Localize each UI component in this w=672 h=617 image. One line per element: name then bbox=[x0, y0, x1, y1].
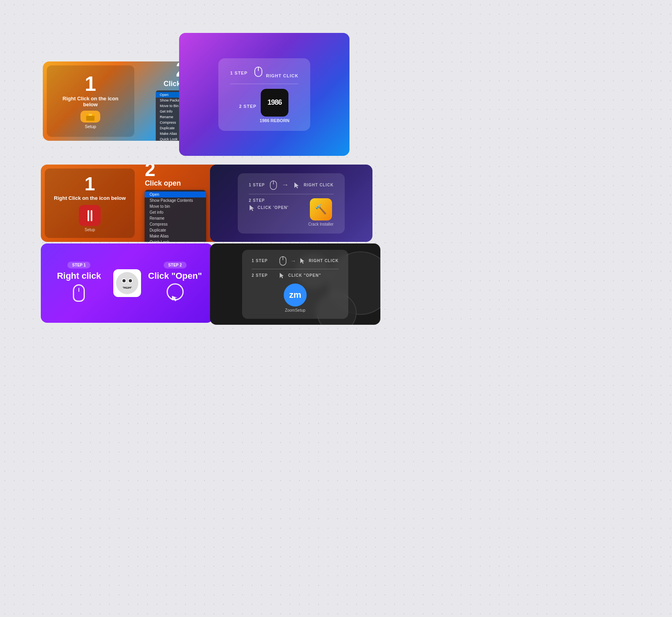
card4-cursor-icon bbox=[294, 182, 299, 189]
svg-point-12 bbox=[122, 279, 126, 282]
zoom-app-icon: zm bbox=[284, 284, 307, 307]
svg-point-13 bbox=[129, 279, 132, 282]
card3-menu-item: Move to bin bbox=[145, 203, 206, 209]
svg-marker-23 bbox=[300, 258, 304, 264]
card-2-1986-reborn: 1 STEP RIGHT CLICK 2 STEP 1986 bbox=[179, 33, 349, 156]
card1-step1-panel: 1 Right Click on the icon below Setup bbox=[47, 65, 134, 137]
svg-point-9 bbox=[116, 272, 138, 294]
card2-step1-row: 1 STEP RIGHT CLICK bbox=[230, 66, 298, 79]
card-4-crack-installer: 1 STEP → RIGHT CLICK 2 STEP bbox=[210, 165, 372, 242]
card4-step2-inner: CLICK 'OPEN' bbox=[249, 204, 304, 211]
svg-marker-8 bbox=[250, 205, 254, 211]
card5-step2-section: STEP 2 Click "Open" bbox=[145, 262, 206, 305]
card1-step1-text: Right Click on the icon below bbox=[55, 96, 126, 107]
card3-menu-item: Rename bbox=[145, 215, 206, 221]
card2-step2-app: 1986 1986 REBORN bbox=[260, 89, 289, 123]
red-lines-icon bbox=[88, 210, 92, 221]
card5-step1-badge: STEP 1 bbox=[67, 262, 90, 268]
card4-divider bbox=[249, 194, 334, 194]
card1-app-icon bbox=[80, 111, 100, 123]
card6-divider bbox=[252, 269, 338, 269]
card5-step2-badge: STEP 2 bbox=[164, 262, 187, 268]
card1-setup-label: Setup bbox=[85, 124, 96, 129]
card1-step1-number: 1 bbox=[85, 73, 96, 94]
card3-step2-text: Click open bbox=[145, 179, 181, 188]
card2-step-card: 1 STEP RIGHT CLICK 2 STEP 1986 bbox=[218, 58, 310, 131]
card6-step1-row: 1 STEP → RIGHT CLICK bbox=[252, 256, 338, 266]
card3-context-menu: Open Show Package Contents Move to bin G… bbox=[145, 190, 206, 242]
card5-cursor-svg bbox=[166, 283, 184, 303]
card4-cursor2-icon bbox=[249, 204, 254, 211]
1986-app-icon: 1986 bbox=[261, 89, 288, 117]
card2-step1-label: 1 STEP bbox=[230, 69, 248, 76]
card3-menu-item: Duplicate bbox=[145, 227, 206, 233]
card5-step1-title: Right click bbox=[57, 271, 101, 281]
card3-step1-number: 1 bbox=[84, 174, 95, 194]
card6-step-card: 1 STEP → RIGHT CLICK 2 STEP CLICK "OPEN" bbox=[242, 250, 348, 319]
card5-mouse-outline bbox=[73, 284, 85, 302]
svg-rect-2 bbox=[89, 114, 92, 116]
card5-mouse-icon-container bbox=[69, 281, 89, 305]
card3-step1-text: Right Click on the icon below bbox=[54, 195, 126, 201]
crack-installer-label: Crack Installer bbox=[308, 222, 334, 226]
card4-step2-row: 2 STEP CLICK 'OPEN' 🔨 Crack Installer bbox=[249, 198, 334, 226]
1986-app-label: 1986 REBORN bbox=[260, 118, 289, 123]
mouse-icon bbox=[254, 66, 263, 77]
card2-step2-row: 2 STEP 1986 1986 REBORN bbox=[239, 89, 289, 123]
zombie-svg bbox=[115, 271, 139, 295]
zoom-app-label: ZoomSetup bbox=[285, 308, 305, 312]
card6-mouse-icon bbox=[279, 256, 286, 266]
card3-menu-item: Get info bbox=[145, 209, 206, 215]
card5-step1-section: STEP 1 Right click bbox=[49, 262, 109, 305]
card4-mouse-icon bbox=[270, 180, 277, 190]
red-line-1 bbox=[88, 210, 89, 221]
card4-step-card: 1 STEP → RIGHT CLICK 2 STEP bbox=[238, 173, 345, 234]
crack-installer-icon: 🔨 bbox=[310, 198, 332, 220]
svg-marker-7 bbox=[294, 182, 299, 188]
card4-step2-content: 2 STEP CLICK 'OPEN' bbox=[249, 198, 304, 211]
card3-menu-open: Open bbox=[145, 192, 206, 197]
card3-menu-item: Make Alias bbox=[145, 233, 206, 239]
card6-step2-row: 2 STEP CLICK "OPEN" bbox=[252, 272, 338, 279]
svg-marker-24 bbox=[280, 273, 284, 278]
card2-step2-label: 2 STEP bbox=[239, 102, 256, 109]
card3-menu-item: Show Package Contents bbox=[145, 197, 206, 203]
card2-divider bbox=[230, 84, 298, 84]
card3-setup-label: Setup bbox=[85, 228, 95, 232]
card4-app-section: 🔨 Crack Installer bbox=[308, 198, 334, 226]
card3-menu-item: Quick Look bbox=[145, 239, 206, 242]
card2-step1-action: RIGHT CLICK bbox=[254, 66, 298, 79]
card3-step2-number: 2 bbox=[145, 165, 155, 179]
card5-app-icon bbox=[113, 269, 141, 297]
svg-marker-20 bbox=[172, 296, 178, 301]
red-line-2 bbox=[91, 210, 92, 221]
card6-cursor2-icon bbox=[279, 272, 284, 279]
card3-step1-panel: 1 Right Click on the icon below Setup bbox=[45, 169, 135, 238]
card3-app-icon bbox=[79, 205, 101, 226]
card5-cursor-icon-container bbox=[165, 281, 185, 305]
card-6-zoom-setup: 1 STEP → RIGHT CLICK 2 STEP CLICK "OPEN" bbox=[210, 243, 380, 325]
card5-step2-title: Click "Open" bbox=[148, 271, 202, 281]
card-5-purple-rightclick: STEP 1 Right click bbox=[41, 243, 213, 323]
package-icon bbox=[84, 111, 96, 123]
card6-cursor-icon bbox=[300, 258, 305, 264]
card4-step1-row: 1 STEP → RIGHT CLICK bbox=[249, 180, 334, 190]
card3-menu-item: Compress bbox=[145, 221, 206, 227]
card6-app-section: zm ZoomSetup bbox=[252, 284, 338, 312]
